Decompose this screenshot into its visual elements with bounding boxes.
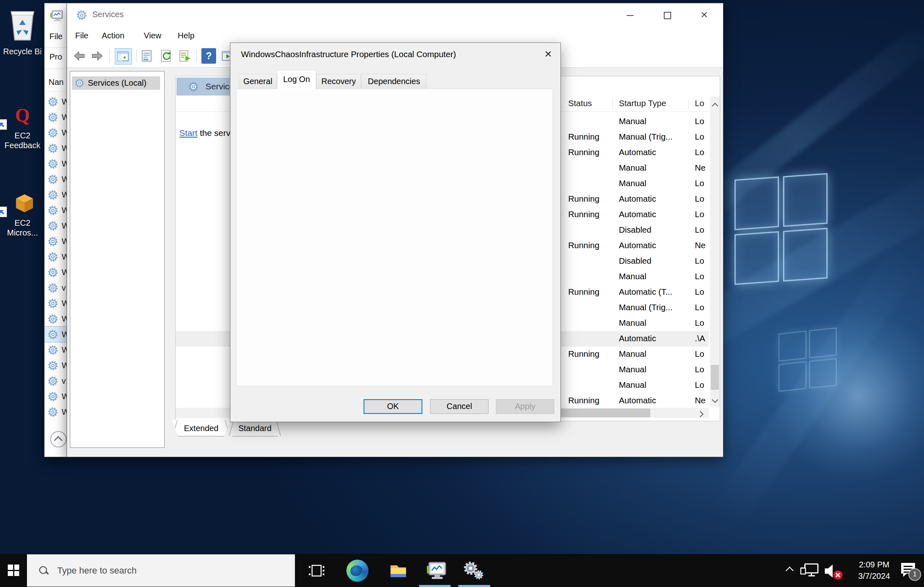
close-button[interactable]: ×	[691, 3, 718, 27]
background-window-file-menu[interactable]: File	[49, 32, 62, 41]
vertical-scrollbar[interactable]	[710, 97, 720, 407]
vertical-scrollbar-thumb[interactable]	[711, 365, 719, 390]
menu-action[interactable]: Action	[102, 27, 125, 44]
tab-dependencies[interactable]: Dependencies	[361, 74, 427, 89]
volume-muted-tray-icon[interactable]	[822, 561, 845, 581]
ok-button[interactable]: OK	[364, 399, 422, 414]
tray-expand-chevron[interactable]	[781, 554, 799, 587]
service-startup-type: Disabled	[619, 225, 652, 235]
tab-log-on[interactable]: Log On	[277, 70, 316, 89]
clock-time: 2:09 PM	[852, 559, 897, 570]
desktop-icon-recycle-bin[interactable]: Recycle Bi	[0, 7, 45, 56]
tree-item-services-local[interactable]: Services (Local)	[72, 76, 160, 90]
refresh-icon[interactable]	[158, 48, 173, 64]
network-tray-icon[interactable]	[799, 562, 820, 580]
dialog-titlebar[interactable]: WindowsChaosInfrastructure Properties (L…	[230, 43, 560, 66]
background-service-row[interactable]: v	[45, 373, 67, 389]
service-gear-icon	[47, 298, 58, 309]
properties-icon[interactable]	[139, 48, 154, 64]
background-service-row[interactable]: W	[45, 233, 67, 249]
background-service-row[interactable]: v	[45, 280, 67, 296]
edge-browser-icon[interactable]	[346, 560, 368, 582]
log-on-tab-page	[236, 89, 553, 386]
tab-recovery[interactable]: Recovery	[316, 74, 361, 89]
column-separator[interactable]	[688, 98, 689, 109]
background-service-row[interactable]: W	[45, 125, 67, 140]
service-startup-type: Manual (Trig...	[619, 132, 672, 142]
background-window[interactable]: File Pro Nan W W	[44, 3, 67, 457]
background-service-row[interactable]: W	[45, 265, 67, 280]
windows-logo-wallpaper-small	[779, 328, 837, 392]
window-title: Services	[92, 10, 124, 19]
background-service-row[interactable]: W	[45, 187, 67, 202]
background-window-partial-text: Pro	[49, 52, 62, 62]
cancel-button[interactable]: Cancel	[430, 399, 489, 414]
background-service-row[interactable]: W	[45, 327, 67, 342]
scroll-right-arrow[interactable]	[694, 408, 706, 418]
taskbar-clock[interactable]: 2:09 PM 3/7/2024	[852, 559, 897, 582]
background-service-row[interactable]: W	[45, 156, 67, 171]
service-properties-dialog: WindowsChaosInfrastructure Properties (L…	[230, 42, 561, 422]
apply-button[interactable]: Apply	[496, 399, 554, 414]
back-button-icon[interactable]	[72, 48, 87, 64]
scroll-down-arrow[interactable]	[710, 393, 720, 407]
background-service-row[interactable]: W	[45, 311, 67, 327]
scroll-up-arrow[interactable]	[710, 97, 720, 111]
show-console-tree-icon[interactable]	[115, 48, 132, 64]
desktop-icon-ec2-feedback[interactable]: Q EC2 Feedback	[0, 105, 45, 150]
service-gear-icon	[47, 127, 58, 138]
services-titlebar[interactable]: Services ×	[67, 3, 723, 27]
performance-monitor-taskbar-icon[interactable]	[425, 560, 447, 582]
tab-extended[interactable]: Extended	[172, 420, 230, 436]
menu-view[interactable]: View	[144, 27, 161, 44]
notification-badge[interactable]: 1	[908, 568, 921, 581]
background-service-row[interactable]: W	[45, 218, 67, 233]
background-service-row[interactable]: W	[45, 202, 67, 218]
background-service-row[interactable]: W	[45, 140, 67, 156]
column-header-status[interactable]: Status	[568, 98, 592, 108]
export-list-icon[interactable]	[177, 48, 192, 64]
service-log-on-as: Lo	[695, 225, 709, 235]
background-service-row[interactable]: W	[45, 389, 67, 404]
toolbar-separator	[136, 49, 137, 62]
services-gear-icon	[188, 81, 199, 92]
column-header-log-on-as[interactable]: Lo	[695, 98, 704, 108]
minimize-button[interactable]	[616, 3, 643, 27]
search-icon	[39, 566, 48, 575]
service-startup-type: Manual	[619, 318, 646, 328]
tab-general[interactable]: General	[239, 74, 277, 89]
start-button[interactable]	[0, 554, 27, 587]
desktop-icon-label: EC2 Feedback	[0, 131, 45, 150]
background-service-row[interactable]: W	[45, 94, 67, 109]
tab-standard[interactable]: Standard	[228, 420, 281, 436]
background-service-row[interactable]: W	[45, 358, 67, 373]
taskbar-search[interactable]: Type here to search	[27, 554, 295, 587]
background-service-row[interactable]: W	[45, 342, 67, 358]
column-header-startup-type[interactable]: Startup Type	[619, 98, 666, 108]
scroll-up-button[interactable]	[50, 431, 67, 447]
help-icon[interactable]: ?	[201, 48, 216, 64]
background-service-row[interactable]: W	[45, 404, 67, 420]
menu-file[interactable]: File	[75, 27, 88, 44]
service-gear-icon	[47, 220, 58, 231]
background-service-row[interactable]: W	[45, 296, 67, 311]
service-log-on-as: .\A	[695, 334, 709, 343]
file-explorer-icon[interactable]	[387, 560, 409, 582]
service-gear-icon	[47, 407, 58, 418]
menu-help[interactable]: Help	[178, 27, 194, 44]
service-startup-type: Manual	[619, 178, 646, 188]
dialog-close-icon[interactable]: ×	[540, 46, 556, 62]
service-gear-icon	[47, 329, 58, 340]
name-column-header[interactable]: Nan	[49, 78, 64, 87]
service-gear-icon	[47, 391, 58, 402]
column-separator[interactable]	[612, 98, 613, 109]
services-taskbar-icon[interactable]	[463, 560, 485, 582]
task-view-icon[interactable]	[306, 560, 328, 582]
background-service-row[interactable]: W	[45, 109, 67, 125]
maximize-button[interactable]	[654, 3, 681, 27]
desktop-icon-ec2-micro[interactable]: EC2 Micros...	[0, 193, 45, 238]
background-service-row[interactable]: W	[45, 249, 67, 265]
service-log-on-as: Ne	[695, 396, 709, 405]
forward-button-icon[interactable]	[90, 48, 105, 64]
background-service-row[interactable]: W	[45, 171, 67, 187]
